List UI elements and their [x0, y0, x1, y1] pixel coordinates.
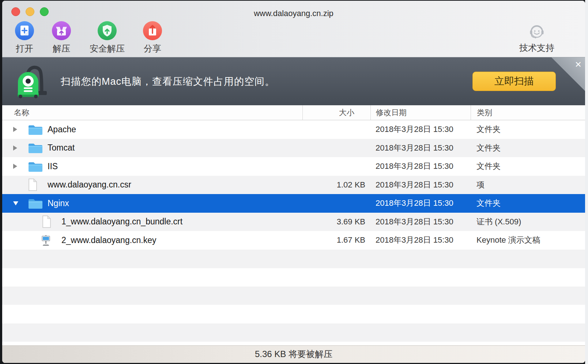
table-row[interactable]: 1_www.dalaoyang.cn_bundle.crt 3.69 KB 20… [2, 213, 585, 231]
disclosure-triangle-icon[interactable] [13, 201, 20, 205]
disclosure-triangle-icon[interactable] [13, 127, 20, 132]
file-name: Apache [48, 125, 76, 134]
file-kind: 文件夹 [471, 198, 585, 209]
file-type-icon-slot [28, 178, 43, 191]
file-kind: 文件夹 [471, 124, 585, 135]
titlebar-toolbar: www.dalaoyang.cn.zip 打开 [2, 1, 585, 57]
file-kind: 文件夹 [471, 143, 585, 153]
status-text: 5.36 KB 将要被解压 [255, 349, 332, 359]
name-cell: 2_www.dalaoyang.cn.key [2, 231, 302, 250]
column-header-size[interactable]: 大小 [302, 105, 370, 120]
file-name: www.dalaoyang.cn.csr [48, 180, 131, 190]
document-icon [42, 215, 52, 228]
column-header-name[interactable]: 名称 [2, 105, 302, 120]
desktop-edge [585, 0, 588, 364]
file-name: 1_www.dalaoyang.cn_bundle.crt [61, 217, 182, 227]
table-row[interactable]: 2_www.dalaoyang.cn.key 1.67 KB 2018年3月28… [2, 231, 585, 250]
share-label: 分享 [144, 43, 161, 54]
file-date: 2018年3月28日 15:30 [370, 235, 471, 246]
table-row[interactable]: Apache 2018年3月28日 15:30 文件夹 [2, 120, 585, 139]
status-bar: 5.36 KB 将要被解压 [2, 345, 585, 363]
table-row[interactable]: www.dalaoyang.cn.csr 1.02 KB 2018年3月28日 … [2, 176, 585, 194]
extract-button[interactable]: 解压 [52, 21, 71, 54]
safe-extract-button[interactable]: 安全解压 [90, 21, 125, 54]
folder-icon [28, 161, 43, 172]
folder-icon [28, 124, 43, 135]
file-date: 2018年3月28日 15:30 [370, 124, 471, 135]
share-button[interactable]: 分享 [143, 21, 162, 54]
file-date: 2018年3月28日 15:30 [370, 216, 471, 227]
extract-icon [52, 21, 71, 40]
support-button[interactable]: 技术支持 [519, 23, 554, 54]
file-type-icon-slot [28, 124, 43, 135]
file-table-body: Apache 2018年3月28日 15:30 文件夹 Tomcat 2018年… [2, 120, 585, 250]
open-label: 打开 [16, 43, 33, 54]
column-header-date[interactable]: 修改日期 [370, 105, 471, 120]
file-type-icon-slot [28, 142, 43, 153]
name-cell: Nginx [2, 194, 302, 213]
share-icon [143, 21, 162, 40]
safe-extract-label: 安全解压 [90, 43, 125, 54]
column-header-kind[interactable]: 类别 [471, 105, 585, 120]
vacuum-scanner-icon [13, 63, 48, 99]
open-button[interactable]: 打开 [15, 21, 34, 54]
file-type-icon-slot [28, 198, 43, 209]
keynote-icon [42, 235, 50, 246]
file-kind: Keynote 演示文稿 [471, 235, 585, 246]
file-name: 2_www.dalaoyang.cn.key [61, 235, 157, 245]
file-date: 2018年3月28日 15:30 [370, 143, 471, 153]
file-date: 2018年3月28日 15:30 [370, 161, 471, 172]
disclosure-triangle-icon[interactable] [13, 164, 20, 169]
file-name: Tomcat [48, 143, 75, 153]
file-kind: 证书 (X.509) [471, 216, 585, 227]
file-name: IIS [48, 162, 58, 171]
name-cell: www.dalaoyang.cn.csr [2, 176, 302, 194]
file-name: Nginx [48, 198, 69, 208]
folder-icon [28, 142, 43, 153]
file-size: 1.02 KB [302, 180, 370, 190]
file-type-icon-slot [42, 235, 57, 246]
open-icon [15, 21, 34, 40]
extract-label: 解压 [53, 43, 70, 54]
table-row[interactable]: Tomcat 2018年3月28日 15:30 文件夹 [2, 139, 585, 158]
file-date: 2018年3月28日 15:30 [370, 179, 471, 190]
app-window: www.dalaoyang.cn.zip 打开 [2, 1, 585, 363]
name-cell: 1_www.dalaoyang.cn_bundle.crt [2, 213, 302, 231]
scan-now-button[interactable]: 立即扫描 [472, 72, 556, 91]
name-cell: IIS [2, 157, 302, 176]
folder-icon [28, 198, 43, 209]
file-size: 3.69 KB [302, 217, 370, 227]
file-kind: 项 [471, 179, 585, 190]
table-row[interactable]: IIS 2018年3月28日 15:30 文件夹 [2, 157, 585, 176]
safe-extract-icon [98, 21, 117, 40]
empty-rows-area [2, 250, 585, 346]
banner-message: 扫描您的Mac电脑，查看压缩文件占用的空间。 [61, 75, 275, 88]
file-size: 1.67 KB [302, 235, 370, 245]
scan-promo-banner: 扫描您的Mac电脑，查看压缩文件占用的空间。 立即扫描 × [2, 57, 585, 105]
window-title: www.dalaoyang.cn.zip [2, 9, 585, 18]
support-label: 技术支持 [519, 42, 554, 54]
disclosure-triangle-icon[interactable] [13, 145, 20, 151]
name-cell: Apache [2, 120, 302, 139]
document-icon [28, 178, 38, 191]
table-row[interactable]: Nginx 2018年3月28日 15:30 文件夹 [2, 194, 585, 213]
file-type-icon-slot [28, 161, 43, 172]
table-header: 名称 大小 修改日期 类别 [2, 105, 585, 120]
name-cell: Tomcat [2, 139, 302, 158]
file-type-icon-slot [42, 215, 57, 228]
file-kind: 文件夹 [471, 161, 585, 172]
file-date: 2018年3月28日 15:30 [370, 198, 471, 209]
support-headset-icon [528, 23, 546, 40]
banner-close-icon[interactable]: × [575, 59, 581, 70]
